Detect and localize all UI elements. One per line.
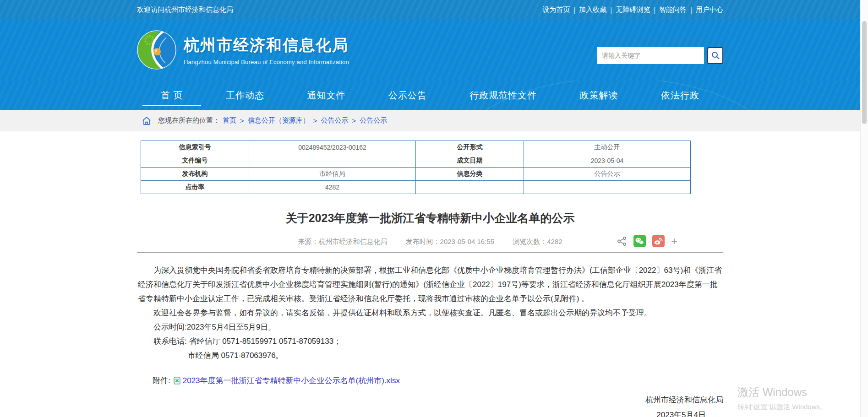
search-button[interactable] (707, 47, 723, 64)
nav-item-public-announcements[interactable]: 公示公告 (388, 81, 427, 110)
top-utility-links: 设为首页 | 加入收藏 | 无障碍浏览 | 智能问答 | 用户中心 (542, 5, 723, 14)
breadcrumb-separator: > (240, 117, 244, 125)
meta-value-index-number: 002489452/2023-00162 (249, 141, 416, 154)
meta-label-document-number: 文件编号 (141, 154, 249, 168)
meta-label-info-category: 信息分类 (416, 168, 524, 181)
meta-value-document-number (249, 154, 416, 168)
article-publish-time: 发布时间：2023-05-04 16:55 (406, 238, 494, 245)
breadcrumb-label: 您现在所在的位置： (158, 116, 220, 125)
accessibility-link[interactable]: 无障碍浏览 (616, 5, 650, 14)
meta-table: 信息索引号 002489452/2023-00162 公开形式 主动公开 文件编… (141, 141, 691, 194)
attachment-label: 附件: (153, 376, 170, 385)
nav-item-home[interactable]: 首 页 (161, 81, 183, 110)
add-favorite-link[interactable]: 加入收藏 (579, 5, 606, 14)
user-center-link[interactable]: 用户中心 (696, 5, 723, 14)
attachment-row: 附件: 2023年度第一批浙江省专精特新中小企业公示名单(杭州市).xlsx (137, 375, 723, 386)
paragraph: 联系电话: 省经信厅 0571-85159971 0571-87059133； (138, 334, 722, 348)
meta-label-empty (416, 181, 524, 194)
share-toolbar: + (617, 235, 677, 247)
wechat-icon (634, 236, 644, 246)
breadcrumb-separator: > (352, 117, 356, 125)
paragraph: 为深入贯彻党中央国务院和省委省政府培育专精特新的决策部署，根据工业和信息化部《优… (138, 263, 722, 306)
link-separator: | (573, 6, 575, 14)
table-row: 信息索引号 002489452/2023-00162 公开形式 主动公开 (141, 141, 691, 154)
search-box (597, 47, 723, 64)
paragraph: 欢迎社会各界参与监督，如有异议的，请实名反馈，并提供佐证材料和联系方式，以便核实… (138, 306, 722, 320)
site-header: 杭州市经济和信息化局 Hangzhou Municipal Bureau of … (0, 19, 860, 81)
vertical-scrollbar[interactable] (860, 0, 868, 417)
meta-label-click-rate: 点击率 (141, 181, 249, 194)
share-more-button[interactable]: + (671, 237, 677, 246)
share-button[interactable] (617, 236, 627, 246)
home-icon[interactable] (142, 116, 152, 126)
link-separator: | (610, 6, 612, 14)
breadcrumb-link-info-disclosure[interactable]: 信息公开（资源库） (248, 116, 310, 125)
meta-label-index-number: 信息索引号 (141, 141, 249, 154)
link-separator: | (690, 6, 692, 14)
meta-value-issuing-agency: 市经信局 (249, 168, 416, 181)
article-content: 信息索引号 002489452/2023-00162 公开形式 主动公开 文件编… (0, 131, 860, 417)
paragraph: 市经信局 0571-87063976。 (138, 348, 722, 363)
breadcrumb-link-home[interactable]: 首页 (223, 116, 236, 125)
signature-date: 2023年5月4日 (137, 407, 723, 417)
weibo-icon (653, 236, 663, 246)
excel-file-icon (174, 377, 180, 385)
article-meta-row: 来源：杭州市经济和信息化局 发布时间：2023-05-04 16:55 浏览次数… (137, 235, 723, 249)
meta-value-disclosure-form: 主动公开 (524, 141, 691, 154)
meta-label-issue-date: 成文日期 (416, 154, 524, 168)
meta-value-info-category: 公告公示 (524, 168, 691, 181)
main-nav: 首 页 工作动态 通知文件 公示公告 行政规范性文件 政策解读 依法行政 (0, 81, 860, 110)
nav-item-law-based-administration[interactable]: 依法行政 (661, 81, 699, 110)
paragraph: 公示时间:2023年5月4日至5月9日。 (138, 320, 722, 334)
breadcrumb-link-announcements[interactable]: 公告公示 (321, 116, 349, 125)
share-weibo-button[interactable] (652, 235, 665, 247)
signature-organization: 杭州市经济和信息化局 (137, 392, 723, 407)
meta-label-issuing-agency: 发布机构 (141, 168, 249, 181)
nav-item-notice-files[interactable]: 通知文件 (307, 81, 345, 110)
breadcrumb-link-announcements-2[interactable]: 公告公示 (360, 116, 387, 125)
table-row: 文件编号 成文日期 2023-05-04 (141, 154, 691, 168)
article-body: 为深入贯彻党中央国务院和省委省政府培育专精特新的决策部署，根据工业和信息化部《优… (137, 263, 723, 363)
magnifier-icon (711, 51, 720, 60)
table-row: 发布机构 市经信局 信息分类 公告公示 (141, 168, 691, 181)
site-subtitle: Hangzhou Municipal Bureau of Economy and… (184, 59, 349, 65)
divider-line (137, 252, 723, 253)
page-title: 关于2023年度第一批浙江省专精特新中小企业名单的公示 (137, 211, 723, 226)
welcome-text: 欢迎访问杭州市经济和信息化局 (137, 5, 233, 14)
nav-item-policy-interpretation[interactable]: 政策解读 (580, 81, 618, 110)
page-main: 欢迎访问杭州市经济和信息化局 设为首页 | 加入收藏 | 无障碍浏览 | 智能问… (0, 0, 860, 417)
signature-block: 杭州市经济和信息化局 2023年5月4日 (137, 392, 723, 417)
search-input[interactable] (597, 47, 704, 64)
scrollbar-thumb[interactable] (862, 21, 867, 124)
attachment-link[interactable]: 2023年度第一批浙江省专精特新中小企业公示名单(杭州市).xlsx (183, 376, 400, 385)
page: 欢迎访问杭州市经济和信息化局 设为首页 | 加入收藏 | 无障碍浏览 | 智能问… (0, 0, 868, 417)
breadcrumb-bar: 您现在所在的位置： 首页 > 信息公开（资源库） > 公告公示 > 公告公示 (0, 110, 860, 131)
smart-qa-link[interactable]: 智能问答 (659, 5, 687, 14)
article-view-count: 浏览次数：4282 (513, 238, 562, 245)
share-wechat-button[interactable] (633, 235, 646, 247)
table-row: 点击率 4282 (141, 181, 691, 194)
article-source: 来源：杭州市经济和信息化局 (298, 238, 387, 245)
share-nodes-icon (617, 236, 627, 246)
top-utility-bar: 欢迎访问杭州市经济和信息化局 设为首页 | 加入收藏 | 无障碍浏览 | 智能问… (0, 0, 860, 19)
breadcrumb-separator: > (313, 117, 317, 125)
site-logo-icon (137, 30, 176, 70)
meta-label-disclosure-form: 公开形式 (416, 141, 524, 154)
meta-value-issue-date: 2023-05-04 (524, 154, 691, 168)
site-title: 杭州市经济和信息化局 (184, 35, 349, 56)
set-homepage-link[interactable]: 设为首页 (542, 5, 570, 14)
meta-value-empty (524, 181, 691, 194)
meta-value-click-rate: 4282 (249, 181, 416, 194)
site-title-block: 杭州市经济和信息化局 Hangzhou Municipal Bureau of … (184, 35, 349, 65)
nav-item-administrative-normative-files[interactable]: 行政规范性文件 (469, 81, 537, 110)
link-separator: | (654, 6, 655, 14)
nav-item-work-news[interactable]: 工作动态 (226, 81, 264, 110)
